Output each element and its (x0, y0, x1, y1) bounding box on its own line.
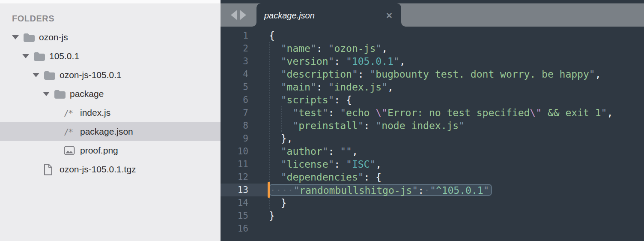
window: FOLDERS ozon-js105.0.1ozon-js-105.0.1pac… (0, 0, 644, 241)
code-line[interactable]: 11 "license": "ISC", (221, 158, 644, 171)
line-content: "main": "index.js", (269, 81, 394, 93)
editor-pane: package.json ✕ 1{2 "name": "ozon-js",3 "… (221, 0, 644, 241)
folder-icon (54, 89, 66, 99)
line-content: } (269, 196, 287, 209)
tree-item-label: ozon-js (39, 32, 68, 42)
tab-label: package.json (264, 11, 315, 21)
tree-item-ozon-js[interactable]: ozon-js (0, 28, 221, 47)
code-line[interactable]: 2 "name": "ozon-js", (221, 42, 644, 55)
line-number[interactable]: 14 (221, 196, 269, 209)
active-tab-wrap: package.json ✕ (256, 3, 401, 27)
line-content: "preinstall": "node index.js" (269, 119, 465, 132)
tree-item-ozon-js-105-0-1-tgz[interactable]: ozon-js-105.0.1.tgz (0, 160, 221, 179)
editor-top-strip (221, 0, 644, 3)
folder-icon (43, 70, 55, 80)
code-file-icon: /* (64, 108, 72, 118)
disclosure-triangle-icon[interactable] (43, 92, 50, 96)
folder-icon (33, 51, 45, 61)
tree-item-105-0-1[interactable]: 105.0.1 (0, 47, 221, 66)
line-content: ····"randombullshitgo-js":·"^105.0.1" (269, 184, 492, 196)
tree-item-index-js[interactable]: /*index.js (0, 103, 221, 122)
folder-tree: ozon-js105.0.1ozon-js-105.0.1package/*in… (0, 28, 221, 179)
history-forward-icon[interactable] (240, 10, 246, 20)
code-line[interactable]: 16 (221, 222, 644, 235)
line-number[interactable]: 5 (221, 81, 269, 93)
code-line[interactable]: 15} (221, 209, 644, 222)
line-content: "test": "echo \"Error: no test specified… (269, 106, 613, 119)
tab-bar: package.json ✕ (221, 3, 644, 27)
line-content: "description": "bugbounty test. dont wor… (269, 68, 601, 81)
line-content: } (269, 209, 275, 222)
sidebar: FOLDERS ozon-js105.0.1ozon-js-105.0.1pac… (0, 0, 221, 241)
line-content: "version": "105.0.1", (269, 55, 405, 68)
line-content: "dependencies": { (269, 171, 382, 184)
code-line[interactable]: 10 "author": "", (221, 145, 644, 158)
line-number[interactable]: 9 (221, 132, 269, 145)
tree-item-label: package (70, 89, 104, 99)
code-line[interactable]: 14 } (221, 196, 644, 209)
image-icon (64, 146, 75, 155)
line-number[interactable]: 1 (221, 29, 269, 42)
tree-item-ozon-js-105-0-1[interactable]: ozon-js-105.0.1 (0, 66, 221, 84)
disclosure-triangle-icon[interactable] (12, 35, 19, 39)
code-line[interactable]: 5 "main": "index.js", (221, 81, 644, 93)
tree-item-package-json[interactable]: /*package.json (0, 122, 221, 141)
line-content: "scripts": { (269, 93, 352, 106)
code-line[interactable]: 3 "version": "105.0.1", (221, 55, 644, 68)
line-number[interactable]: 2 (221, 42, 269, 55)
line-content: "name": "ozon-js", (269, 42, 388, 55)
tree-item-label: ozon-js-105.0.1 (60, 70, 122, 80)
code-line[interactable]: 1{ (221, 29, 644, 42)
tab-package-json[interactable]: package.json ✕ (256, 3, 401, 27)
tree-item-label: proof.png (80, 145, 118, 156)
disclosure-triangle-icon[interactable] (33, 73, 39, 77)
tree-item-label: index.js (80, 108, 110, 118)
tree-item-label: package.json (80, 127, 133, 137)
folder-icon (23, 33, 35, 42)
code-line[interactable]: 8 "preinstall": "node index.js" (221, 119, 644, 132)
code-line[interactable]: 12 "dependencies": { (221, 171, 644, 184)
line-number[interactable]: 16 (221, 222, 269, 235)
code-area[interactable]: 1{2 "name": "ozon-js",3 "version": "105.… (221, 27, 644, 241)
code-file-icon: /* (64, 127, 72, 137)
line-number[interactable]: 3 (221, 55, 269, 68)
line-number[interactable]: 4 (221, 68, 269, 81)
line-number[interactable]: 15 (221, 209, 269, 222)
tree-item-label: 105.0.1 (49, 51, 79, 61)
close-icon[interactable]: ✕ (386, 11, 393, 21)
code-line[interactable]: 4 "description": "bugbounty test. dont w… (221, 68, 644, 81)
line-content: "author": "", (269, 145, 358, 158)
line-number[interactable]: 12 (221, 171, 269, 184)
folders-header: FOLDERS (0, 3, 221, 28)
disclosure-triangle-icon[interactable] (22, 54, 29, 58)
file-icon (43, 164, 53, 175)
tree-item-package[interactable]: package (0, 84, 221, 103)
code-line[interactable]: 6 "scripts": { (221, 93, 644, 106)
history-back-icon[interactable] (231, 10, 237, 20)
code-line[interactable]: 13····"randombullshitgo-js":·"^105.0.1" (221, 184, 644, 196)
line-number[interactable]: 13 (221, 184, 269, 196)
tab-nav-controls (221, 3, 256, 27)
code-line[interactable]: 9 }, (221, 132, 644, 145)
line-content: "license": "ISC", (269, 158, 382, 171)
line-number[interactable]: 7 (221, 106, 269, 119)
line-number[interactable]: 8 (221, 119, 269, 132)
code-line[interactable]: 7 "test": "echo \"Error: no test specifi… (221, 106, 644, 119)
tree-item-proof-png[interactable]: proof.png (0, 141, 221, 160)
line-content: }, (269, 132, 292, 145)
line-content: { (269, 29, 275, 42)
tree-item-label: ozon-js-105.0.1.tgz (60, 164, 136, 175)
selection-highlight: ····"randombullshitgo-js":·"^105.0.1" (269, 184, 492, 196)
line-number[interactable]: 11 (221, 158, 269, 171)
line-number[interactable]: 10 (221, 145, 269, 158)
caret (268, 182, 270, 198)
sidebar-top-strip (0, 0, 221, 3)
tab-bar-empty-area (401, 3, 644, 27)
code-lines: 1{2 "name": "ozon-js",3 "version": "105.… (221, 27, 644, 235)
line-number[interactable]: 6 (221, 93, 269, 106)
